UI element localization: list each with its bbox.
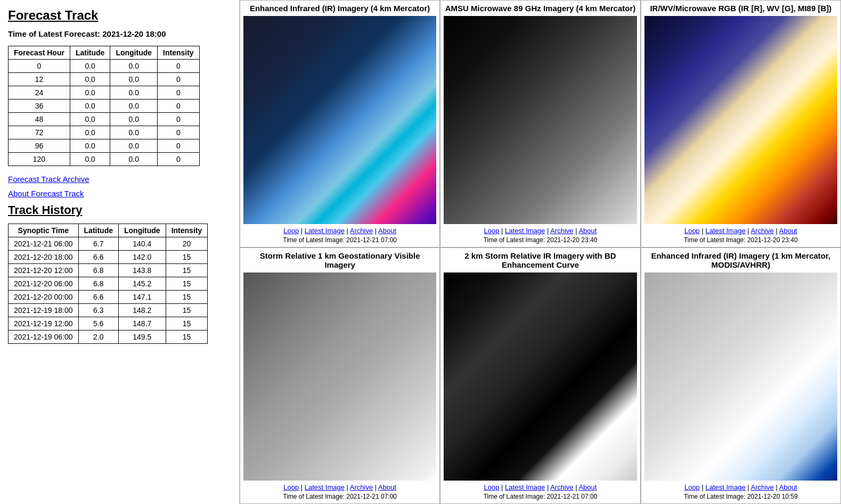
cell-bd: 2 km Storm Relative IR Imagery with BD E…: [440, 247, 640, 504]
latest-forecast-time: Time of Latest Forecast: 2021-12-20 18:0…: [8, 29, 231, 38]
separator: |: [373, 483, 378, 491]
cell-rgb-loop-link[interactable]: Loop: [684, 227, 700, 235]
cell-bd-archive-link[interactable]: Archive: [550, 483, 573, 491]
track-history-table: Synoptic TimeLatitudeLongitudeIntensity2…: [8, 224, 208, 344]
cell-rgb-links: Loop | Latest Image | Archive | About: [684, 227, 797, 235]
cell-bd-time: Time of Latest Image: 2021-12-21 07:00: [484, 493, 598, 500]
cell-amsu-time: Time of Latest Image: 2021-12-20 23:40: [484, 236, 598, 244]
cell-ir-enhanced-title: Enhanced Infrared (IR) Imagery (4 km Mer…: [250, 4, 430, 13]
separator: |: [700, 483, 706, 491]
cell-vis-title: Storm Relative 1 km Geostationary Visibl…: [243, 251, 436, 269]
forecast-track-title: Forecast Track: [8, 8, 231, 23]
cell-vis-about-link[interactable]: About: [378, 483, 396, 491]
cell-ir-enhanced-time: Time of Latest Image: 2021-12-21 07:00: [283, 236, 397, 244]
cell-modis-title: Enhanced Infrared (IR) Imagery (1 km Mer…: [644, 251, 837, 269]
separator: |: [345, 483, 350, 491]
cell-amsu-latest-image-link[interactable]: Latest Image: [505, 227, 545, 235]
separator: |: [500, 483, 505, 491]
track-history-title: Track History: [8, 203, 231, 217]
cell-rgb-image: [644, 16, 837, 224]
cell-ir-enhanced-latest-image-link[interactable]: Latest Image: [305, 227, 345, 235]
separator: |: [774, 227, 779, 235]
cell-ir-enhanced-about-link[interactable]: About: [378, 227, 396, 235]
separator: |: [345, 227, 350, 235]
cell-amsu-image: [444, 16, 636, 224]
cell-modis: Enhanced Infrared (IR) Imagery (1 km Mer…: [641, 247, 841, 504]
separator: |: [500, 227, 505, 235]
forecast-table: Forecast HourLatitudeLongitudeIntensity0…: [8, 46, 200, 166]
cell-vis: Storm Relative 1 km Geostationary Visibl…: [240, 247, 440, 504]
cell-amsu-about-link[interactable]: About: [578, 227, 597, 235]
cell-vis-loop-link[interactable]: Loop: [283, 483, 299, 491]
cell-vis-time: Time of Latest Image: 2021-12-21 07:00: [283, 493, 397, 500]
cell-amsu-archive-link[interactable]: Archive: [550, 227, 573, 235]
cell-rgb: IR/WV/Microwave RGB (IR [R], WV [G], MI8…: [641, 0, 841, 247]
cell-ir-enhanced-loop-link[interactable]: Loop: [283, 227, 299, 235]
cell-modis-image: [644, 272, 837, 481]
about-forecast-track-link[interactable]: About Forecast Track: [8, 189, 231, 198]
latest-forecast-label: Time of Latest Forecast:: [8, 29, 100, 38]
cell-ir-enhanced-archive-link[interactable]: Archive: [350, 227, 373, 235]
cell-bd-image: [444, 272, 636, 481]
cell-modis-archive-link[interactable]: Archive: [751, 483, 774, 491]
separator: |: [545, 483, 550, 491]
cell-bd-title: 2 km Storm Relative IR Imagery with BD E…: [444, 251, 636, 269]
page-container: Forecast Track Time of Latest Forecast: …: [0, 0, 841, 504]
cell-rgb-time: Time of Latest Image: 2021-12-20 23:40: [684, 236, 798, 244]
cell-bd-loop-link[interactable]: Loop: [484, 483, 500, 491]
separator: |: [545, 227, 550, 235]
cell-vis-latest-image-link[interactable]: Latest Image: [305, 483, 345, 491]
cell-amsu-loop-link[interactable]: Loop: [484, 227, 500, 235]
latest-forecast-value: 2021-12-20 18:00: [102, 29, 166, 38]
cell-rgb-latest-image-link[interactable]: Latest Image: [705, 227, 745, 235]
cell-bd-about-link[interactable]: About: [578, 483, 597, 491]
cell-modis-time: Time of Latest Image: 2021-12-20 10:59: [684, 493, 798, 500]
cell-rgb-about-link[interactable]: About: [779, 227, 797, 235]
separator: |: [746, 227, 751, 235]
cell-modis-loop-link[interactable]: Loop: [684, 483, 700, 491]
cell-modis-links: Loop | Latest Image | Archive | About: [684, 483, 797, 491]
cell-ir-enhanced: Enhanced Infrared (IR) Imagery (4 km Mer…: [240, 0, 440, 247]
separator: |: [299, 483, 305, 491]
right-panel: Enhanced Infrared (IR) Imagery (4 km Mer…: [240, 0, 841, 504]
cell-amsu-title: AMSU Microwave 89 GHz Imagery (4 km Merc…: [445, 4, 636, 13]
cell-amsu: AMSU Microwave 89 GHz Imagery (4 km Merc…: [440, 0, 640, 247]
cell-modis-about-link[interactable]: About: [779, 483, 797, 491]
separator: |: [574, 483, 579, 491]
separator: |: [774, 483, 779, 491]
cell-modis-latest-image-link[interactable]: Latest Image: [705, 483, 745, 491]
cell-rgb-archive-link[interactable]: Archive: [751, 227, 774, 235]
separator: |: [746, 483, 751, 491]
separator: |: [574, 227, 579, 235]
cell-vis-image: [243, 272, 436, 481]
cell-vis-archive-link[interactable]: Archive: [350, 483, 373, 491]
left-panel: Forecast Track Time of Latest Forecast: …: [0, 0, 240, 504]
separator: |: [700, 227, 706, 235]
cell-amsu-links: Loop | Latest Image | Archive | About: [484, 227, 597, 235]
separator: |: [299, 227, 305, 235]
cell-bd-latest-image-link[interactable]: Latest Image: [505, 483, 545, 491]
forecast-track-archive-link[interactable]: Forecast Track Archive: [8, 175, 231, 184]
cell-ir-enhanced-links: Loop | Latest Image | Archive | About: [283, 227, 396, 235]
cell-rgb-title: IR/WV/Microwave RGB (IR [R], WV [G], MI8…: [650, 4, 831, 13]
cell-bd-links: Loop | Latest Image | Archive | About: [484, 483, 597, 491]
cell-ir-enhanced-image: [243, 16, 436, 224]
separator: |: [373, 227, 378, 235]
cell-vis-links: Loop | Latest Image | Archive | About: [283, 483, 396, 491]
